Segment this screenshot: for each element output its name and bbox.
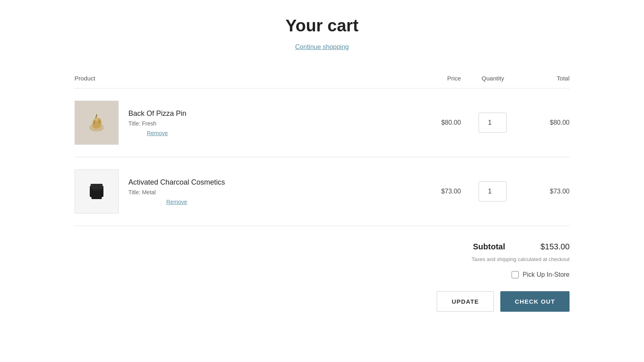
product-name-1: Activated Charcoal Cosmetics — [128, 178, 225, 187]
price-cell-0: $80.00 — [416, 88, 461, 157]
total-cell-0: $80.00 — [525, 88, 570, 157]
charcoal-product-image — [74, 169, 119, 214]
header-product: Product — [74, 71, 416, 88]
product-variant-1: Title: Metal — [128, 189, 225, 195]
table-header-row: Product Price Quantity Total — [74, 71, 570, 88]
update-button[interactable]: UPDATE — [437, 291, 494, 312]
subtotal-row: Subtotal $153.00 — [473, 242, 570, 251]
svg-rect-2 — [91, 184, 103, 186]
header-price: Price — [416, 71, 461, 88]
product-cell-1: Activated Charcoal CosmeticsTitle: Metal… — [74, 157, 416, 226]
svg-rect-4 — [90, 186, 103, 189]
action-buttons: UPDATE CHECK OUT — [437, 291, 570, 312]
remove-button-1[interactable]: Remove — [128, 199, 225, 205]
quantity-cell-0 — [461, 88, 525, 157]
product-info-1: Activated Charcoal CosmeticsTitle: Metal… — [128, 178, 225, 205]
pickup-row: Pick Up In-Store — [512, 271, 570, 278]
product-cell-0: Back Of Pizza PinTitle: FreshRemove — [74, 88, 416, 157]
continue-shopping-link[interactable]: Continue shopping — [74, 43, 570, 51]
pickup-checkbox[interactable] — [512, 271, 519, 278]
header-quantity: Quantity — [461, 71, 525, 88]
product-variant-0: Title: Fresh — [128, 120, 186, 127]
svg-rect-5 — [91, 197, 102, 199]
table-row: Back Of Pizza PinTitle: FreshRemove$80.0… — [74, 88, 570, 157]
cart-footer: Subtotal $153.00 Taxes and shipping calc… — [74, 242, 570, 312]
price-cell-1: $73.00 — [416, 157, 461, 226]
total-cell-1: $73.00 — [525, 157, 570, 226]
pizza-product-image — [74, 101, 119, 145]
page-title: Your cart — [74, 16, 570, 35]
remove-button-0[interactable]: Remove — [128, 130, 186, 136]
subtotal-value: $153.00 — [529, 242, 570, 251]
subtotal-label: Subtotal — [473, 242, 505, 251]
tax-info: Taxes and shipping calculated at checkou… — [471, 256, 570, 262]
header-total: Total — [525, 71, 570, 88]
svg-point-1 — [95, 118, 99, 121]
product-name-0: Back Of Pizza Pin — [128, 109, 186, 118]
cart-table: Product Price Quantity Total Back Of Piz… — [74, 71, 570, 226]
quantity-input-0[interactable] — [479, 113, 507, 133]
quantity-input-1[interactable] — [479, 181, 507, 202]
product-info-0: Back Of Pizza PinTitle: FreshRemove — [128, 109, 186, 136]
pickup-label[interactable]: Pick Up In-Store — [523, 271, 570, 278]
svg-rect-6 — [92, 189, 101, 190]
checkout-button[interactable]: CHECK OUT — [500, 291, 570, 312]
table-row: Activated Charcoal CosmeticsTitle: Metal… — [74, 157, 570, 226]
quantity-cell-1 — [461, 157, 525, 226]
